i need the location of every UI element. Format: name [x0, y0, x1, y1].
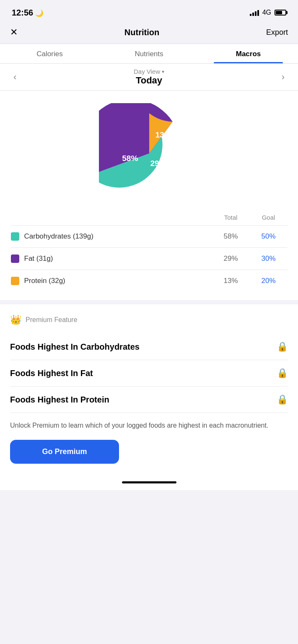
total-header: Total: [212, 214, 250, 221]
tab-nutrients[interactable]: Nutrients: [99, 44, 199, 63]
battery-icon: [275, 10, 286, 16]
tab-macros[interactable]: Macros: [199, 44, 298, 63]
premium-feature-protein-title: Foods Highest In Protein: [10, 395, 109, 405]
premium-feature-carb-title: Foods Highest In Carbohydrates: [10, 342, 140, 352]
protein-goal: 20%: [250, 277, 288, 285]
status-time-container: 12:56 🌙: [12, 8, 44, 18]
go-premium-button[interactable]: Go Premium: [10, 440, 119, 464]
lock-icon-fat: 🔒: [277, 368, 288, 379]
fat-label: 29%: [150, 159, 166, 168]
pie-chart: 58% 29% 13%: [99, 103, 200, 204]
goal-header: Goal: [250, 214, 288, 221]
carb-name: Carbohydrates (139g): [24, 232, 212, 241]
protein-total: 13%: [212, 277, 250, 285]
legend-row-fat: Fat (31g) 29% 30%: [11, 247, 288, 270]
status-bar: 12:56 🌙 4G: [0, 0, 298, 23]
legend-row-protein: Protein (32g) 13% 20%: [11, 270, 288, 292]
signal-bar-2: [252, 13, 254, 16]
lock-icon-carb: 🔒: [277, 341, 288, 352]
legend-header: Total Goal: [11, 212, 288, 224]
signal-bar-3: [255, 11, 257, 16]
dropdown-icon: ▾: [162, 69, 164, 75]
tab-bar: Calories Nutrients Macros: [0, 44, 298, 64]
premium-feature-fat[interactable]: Foods Highest In Fat 🔒: [10, 360, 288, 387]
status-right: 4G: [250, 9, 286, 16]
carb-total: 58%: [212, 232, 250, 241]
carb-goal: 50%: [250, 232, 288, 241]
pie-chart-svg: 58% 29% 13%: [99, 103, 200, 204]
premium-section: 👑 Premium Feature Foods Highest In Carbo…: [0, 304, 298, 476]
moon-icon: 🌙: [35, 10, 44, 17]
page-title: Nutrition: [124, 28, 159, 37]
carb-color-swatch: [11, 232, 19, 241]
legend-row-carb: Carbohydrates (139g) 58% 50%: [11, 225, 288, 247]
day-navigator: ‹ Day View ▾ Today ›: [0, 64, 298, 91]
legend-table: Total Goal Carbohydrates (139g) 58% 50% …: [11, 212, 288, 292]
home-bar: [122, 481, 176, 483]
premium-feature-fat-title: Foods Highest In Fat: [10, 369, 93, 378]
day-view-date: Today: [134, 75, 164, 86]
protein-color-swatch: [11, 277, 19, 285]
prev-day-button[interactable]: ‹: [8, 69, 21, 85]
network-label: 4G: [262, 9, 271, 16]
premium-label: Premium Feature: [26, 316, 78, 324]
protein-label: 13%: [155, 130, 171, 139]
section-separator: [0, 300, 298, 304]
battery-fill: [276, 11, 282, 14]
tab-calories[interactable]: Calories: [0, 44, 99, 63]
lock-icon-protein: 🔒: [277, 394, 288, 405]
home-indicator: [0, 476, 298, 490]
day-nav-center: Day View ▾ Today: [134, 68, 164, 86]
close-button[interactable]: ✕: [10, 27, 18, 38]
signal-bar-4: [257, 10, 259, 16]
signal-icon: [250, 9, 259, 16]
next-day-button[interactable]: ›: [277, 69, 290, 85]
status-time: 12:56: [12, 8, 33, 17]
protein-name: Protein (32g): [24, 277, 212, 285]
chart-section: 58% 29% 13% Total Goal Carbohydrates (13…: [0, 91, 298, 300]
premium-feature-protein[interactable]: Foods Highest In Protein 🔒: [10, 387, 288, 413]
premium-description: Unlock Premium to learn which of your lo…: [10, 413, 288, 440]
fat-color-swatch: [11, 254, 19, 263]
fat-goal: 30%: [250, 254, 288, 263]
crown-icon: 👑: [10, 314, 21, 325]
export-button[interactable]: Export: [266, 28, 288, 37]
fat-total: 29%: [212, 254, 250, 263]
carb-label: 58%: [122, 154, 138, 163]
premium-badge: 👑 Premium Feature: [10, 314, 288, 325]
fat-name: Fat (31g): [24, 254, 212, 263]
day-view-label[interactable]: Day View ▾: [134, 68, 164, 75]
nav-header: ✕ Nutrition Export: [0, 23, 298, 44]
signal-bar-1: [250, 14, 251, 16]
premium-feature-carb[interactable]: Foods Highest In Carbohydrates 🔒: [10, 334, 288, 360]
